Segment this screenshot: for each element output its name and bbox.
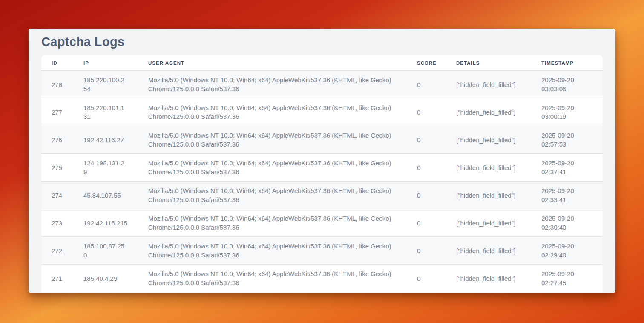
cell-details: ["hidden_field_filled"] <box>446 265 531 292</box>
cell-score: 0 <box>407 154 446 182</box>
column-header-score: SCORE <box>407 55 446 71</box>
column-header-id: ID <box>41 55 73 71</box>
cell-id: 275 <box>41 154 73 182</box>
captcha-logs-card: Captcha Logs ID IP USER AGENT SCORE DETA… <box>29 29 615 293</box>
cell-score: 0 <box>407 209 446 237</box>
cell-user-agent: Mozilla/5.0 (Windows NT 10.0; Win64; x64… <box>138 154 407 182</box>
cell-timestamp: 2025-09-20 02:57:53 <box>531 126 603 154</box>
cell-id: 272 <box>41 237 73 265</box>
cell-user-agent: Mozilla/5.0 (Windows NT 10.0; Win64; x64… <box>138 265 407 292</box>
cell-id: 276 <box>41 126 73 154</box>
cell-score: 0 <box>407 182 446 209</box>
cell-id: 278 <box>41 71 73 98</box>
cell-timestamp: 2025-09-20 02:33:41 <box>531 182 603 209</box>
cell-user-agent: Mozilla/5.0 (Windows NT 10.0; Win64; x64… <box>138 237 407 265</box>
cell-user-agent: Mozilla/5.0 (Windows NT 10.0; Win64; x64… <box>138 98 407 126</box>
column-header-details: DETAILS <box>446 55 531 71</box>
cell-score: 0 <box>407 98 446 126</box>
table-row: 276 192.42.116.27 Mozilla/5.0 (Windows N… <box>41 126 603 154</box>
table-row: 274 45.84.107.55 Mozilla/5.0 (Windows NT… <box>41 182 603 209</box>
cell-ip: 124.198.131.29 <box>73 154 138 182</box>
cell-user-agent: Mozilla/5.0 (Windows NT 10.0; Win64; x64… <box>138 209 407 237</box>
cell-details: ["hidden_field_filled"] <box>446 98 531 126</box>
cell-score: 0 <box>407 265 446 292</box>
table-row: 273 192.42.116.215 Mozilla/5.0 (Windows … <box>41 209 603 237</box>
table-row: 272 185.100.87.250 Mozilla/5.0 (Windows … <box>41 237 603 265</box>
cell-details: ["hidden_field_filled"] <box>446 154 531 182</box>
cell-score: 0 <box>407 237 446 265</box>
cell-ip: 185.100.87.250 <box>73 237 138 265</box>
cell-timestamp: 2025-09-20 03:03:06 <box>531 71 603 98</box>
cell-ip: 45.84.107.55 <box>73 182 138 209</box>
cell-ip: 185.220.101.131 <box>73 98 138 126</box>
cell-timestamp: 2025-09-20 02:27:45 <box>531 265 603 292</box>
cell-id: 274 <box>41 182 73 209</box>
table-header: ID IP USER AGENT SCORE DETAILS TIMESTAMP <box>41 55 603 71</box>
cell-details: ["hidden_field_filled"] <box>446 209 531 237</box>
column-header-ip: IP <box>73 55 138 71</box>
cell-details: ["hidden_field_filled"] <box>446 126 531 154</box>
desktop-background: { "page_title": "Captcha Logs", "theme":… <box>0 0 644 323</box>
table-row: 277 185.220.101.131 Mozilla/5.0 (Windows… <box>41 98 603 126</box>
cell-score: 0 <box>407 126 446 154</box>
table-row: 271 185.40.4.29 Mozilla/5.0 (Windows NT … <box>41 265 603 292</box>
cell-id: 271 <box>41 265 73 292</box>
cell-ip: 185.220.100.254 <box>73 71 138 98</box>
table-header-row: ID IP USER AGENT SCORE DETAILS TIMESTAMP <box>41 55 603 71</box>
cell-ip: 192.42.116.215 <box>73 209 138 237</box>
cell-details: ["hidden_field_filled"] <box>446 182 531 209</box>
cell-user-agent: Mozilla/5.0 (Windows NT 10.0; Win64; x64… <box>138 126 407 154</box>
table-body: 278 185.220.100.254 Mozilla/5.0 (Windows… <box>41 71 603 292</box>
table-row: 275 124.198.131.29 Mozilla/5.0 (Windows … <box>41 154 603 182</box>
cell-timestamp: 2025-09-20 03:00:19 <box>531 98 603 126</box>
cell-ip: 185.40.4.29 <box>73 265 138 292</box>
page-title: Captcha Logs <box>41 35 603 49</box>
cell-id: 273 <box>41 209 73 237</box>
cell-timestamp: 2025-09-20 02:30:40 <box>531 209 603 237</box>
cell-user-agent: Mozilla/5.0 (Windows NT 10.0; Win64; x64… <box>138 71 407 98</box>
cell-details: ["hidden_field_filled"] <box>446 71 531 98</box>
logs-table-container: ID IP USER AGENT SCORE DETAILS TIMESTAMP… <box>41 55 603 292</box>
cell-ip: 192.42.116.27 <box>73 126 138 154</box>
cell-details: ["hidden_field_filled"] <box>446 237 531 265</box>
column-header-timestamp: TIMESTAMP <box>531 55 603 71</box>
cell-user-agent: Mozilla/5.0 (Windows NT 10.0; Win64; x64… <box>138 182 407 209</box>
column-header-user-agent: USER AGENT <box>138 55 407 71</box>
cell-timestamp: 2025-09-20 02:29:40 <box>531 237 603 265</box>
cell-id: 277 <box>41 98 73 126</box>
cell-timestamp: 2025-09-20 02:37:41 <box>531 154 603 182</box>
table-row: 278 185.220.100.254 Mozilla/5.0 (Windows… <box>41 71 603 98</box>
cell-score: 0 <box>407 71 446 98</box>
captcha-logs-table: ID IP USER AGENT SCORE DETAILS TIMESTAMP… <box>41 55 603 292</box>
